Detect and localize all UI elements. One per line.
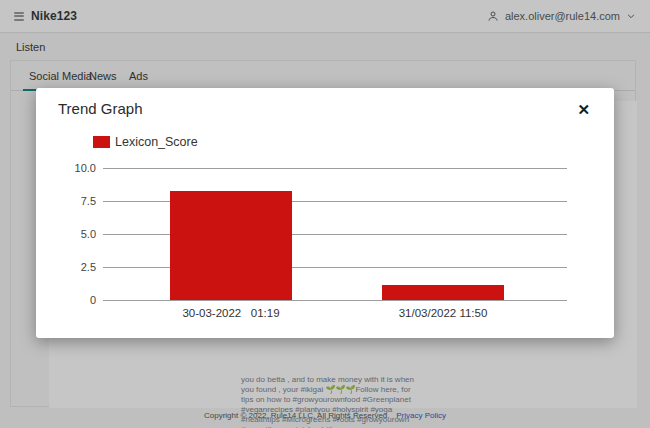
trend-graph-modal: Trend Graph ✕ Lexicon_Score 10.0 7.5 5.0…: [36, 88, 614, 338]
x-tick-label: 30-03-2022 01:19: [131, 307, 331, 319]
y-tick-label: 7.5: [44, 194, 96, 208]
bar-lexicon-score-2[interactable]: [382, 285, 504, 300]
y-tick-label: 5.0: [44, 227, 96, 241]
gridline: [103, 300, 567, 301]
gridline: [103, 168, 567, 169]
y-tick-label: 0: [44, 293, 96, 307]
x-tick-label: 31/03/2022 11:50: [343, 307, 543, 319]
y-tick-label: 2.5: [44, 260, 96, 274]
bar-lexicon-score-1[interactable]: [170, 191, 292, 300]
trend-bar-chart: 10.0 7.5 5.0 2.5 0 30-03-2022 01:19 31/0…: [36, 88, 614, 338]
y-tick-label: 10.0: [44, 161, 96, 175]
